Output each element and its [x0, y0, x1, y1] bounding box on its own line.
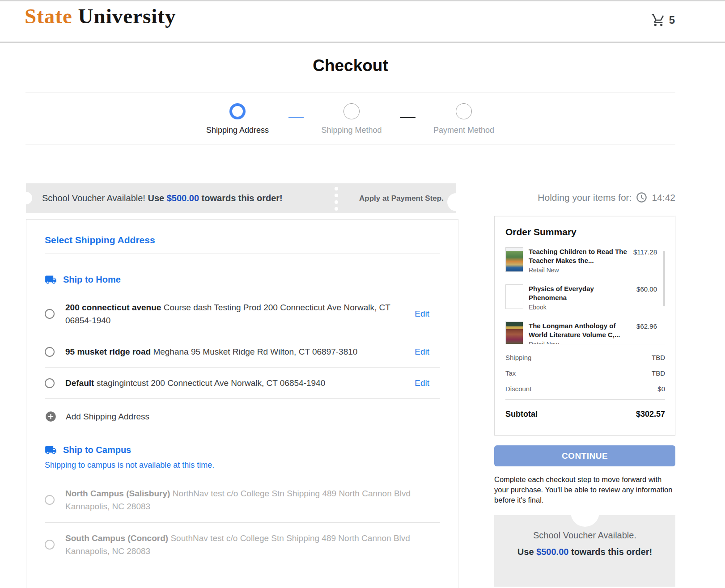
summary-line-tax: Tax TBD: [505, 365, 665, 381]
truck-icon: [45, 274, 57, 286]
ship-to-campus-label: Ship to Campus: [63, 445, 131, 455]
address-name: South Campus (Concord): [65, 533, 168, 543]
step-connector: [288, 117, 304, 118]
truck-icon: [45, 444, 57, 456]
order-items-list[interactable]: Teaching Children to Read The Teacher Ma…: [505, 247, 665, 344]
item-condition: Retail New: [529, 340, 629, 344]
voucher-banner-text: School Voucher Available! Use $500.00 to…: [42, 183, 283, 213]
holding-label: Holding your items for:: [538, 192, 632, 203]
radio-address-1[interactable]: [45, 309, 55, 319]
item-price: $117.28: [629, 247, 657, 275]
cart-button[interactable]: 5: [651, 13, 675, 27]
edit-address-link[interactable]: Edit: [415, 378, 429, 388]
subtotal-label: Subtotal: [505, 410, 538, 419]
order-item: The Longman Anthology of World Literatur…: [505, 321, 657, 344]
logo-text-secondary: University: [78, 4, 176, 28]
item-title: The Longman Anthology of World Literatur…: [529, 321, 629, 339]
voucher-towards-text: towards this order!: [571, 547, 652, 557]
address-text: North Campus (Salisbury) NorthNav test c…: [65, 487, 440, 513]
address-name: Default: [65, 378, 94, 388]
step-circle-active: [229, 103, 246, 119]
order-summary-panel: Order Summary Teaching Children to Read …: [494, 216, 675, 436]
step-payment-method[interactable]: Payment Method: [415, 103, 513, 135]
radio-campus-south[interactable]: [45, 540, 55, 550]
step-circle-idle: [343, 103, 360, 119]
item-price: $62.96: [629, 321, 657, 344]
divider: [25, 93, 675, 93]
voucher-use-text: Use: [517, 547, 534, 557]
ship-to-home-heading: Ship to Home: [45, 274, 440, 286]
address-name: 200 connecticut avenue: [65, 303, 161, 312]
address-name: North Campus (Salisbury): [65, 489, 170, 498]
address-row: North Campus (Salisbury) NorthNav test c…: [45, 478, 440, 522]
add-shipping-address-label: Add Shipping Address: [66, 412, 149, 422]
voucher-box: School Voucher Available. Use $500.00 to…: [494, 515, 675, 587]
apply-at-payment-text: Apply at Payment Step.: [359, 183, 444, 213]
subtotal-value: $302.57: [636, 410, 665, 419]
voucher-amount: $500.00: [167, 193, 199, 203]
line-value: TBD: [652, 369, 665, 377]
order-item: Physics of Everyday Phenomena Ebook $60.…: [505, 284, 657, 312]
header: State University 5: [0, 1, 725, 43]
plus-circle-icon: [45, 410, 57, 423]
voucher-box-line1: School Voucher Available.: [494, 530, 675, 541]
ship-to-campus-heading: Ship to Campus: [45, 444, 440, 456]
address-detail: stagingintcust 200 Connecticut Ave Norwa…: [97, 378, 326, 388]
address-text: 95 musket ridge road Meghana 95 Musket R…: [65, 345, 415, 358]
banner-notch: [20, 192, 32, 204]
voucher-banner: School Voucher Available! Use $500.00 to…: [26, 183, 456, 213]
add-shipping-address-button[interactable]: Add Shipping Address: [45, 399, 440, 434]
continue-button[interactable]: CONTINUE: [494, 445, 675, 466]
order-sidebar: Holding your items for: 14:42 Order Summ…: [494, 183, 675, 587]
step-connector: [400, 117, 415, 118]
radio-campus-north[interactable]: [45, 495, 55, 505]
line-label: Shipping: [505, 354, 531, 361]
address-row: 200 connecticut avenue Course dash Testi…: [45, 292, 440, 336]
address-detail: Meghana 95 Musket Ridge Rd Wilton, CT 06…: [153, 347, 357, 356]
voucher-available-text: School Voucher Available!: [42, 193, 145, 203]
item-condition: Retail New: [529, 266, 629, 275]
line-label: Tax: [505, 369, 516, 377]
radio-address-3[interactable]: [45, 378, 55, 388]
address-text: South Campus (Concord) SouthNav test c/o…: [65, 532, 440, 558]
address-text: Default stagingintcust 200 Connecticut A…: [65, 376, 415, 389]
step-shipping-address[interactable]: Shipping Address: [188, 103, 287, 135]
step-label: Payment Method: [415, 126, 513, 135]
banner-notch: [447, 193, 465, 211]
holding-time: 14:42: [652, 192, 675, 203]
campus-unavailable-notice: Shipping to campus is not available at t…: [45, 461, 440, 470]
dotted-separator: [335, 187, 338, 217]
order-item: Teaching Children to Read The Teacher Ma…: [505, 247, 657, 275]
order-summary-title: Order Summary: [505, 227, 665, 237]
summary-line-discount: Discount $0: [505, 381, 665, 397]
address-row: 95 musket ridge road Meghana 95 Musket R…: [45, 336, 440, 368]
step-label: Shipping Address: [188, 126, 287, 135]
radio-address-2[interactable]: [45, 347, 55, 357]
cart-icon: [651, 13, 666, 27]
item-title: Physics of Everyday Phenomena: [529, 284, 629, 302]
shipping-address-panel: Select Shipping Address Ship to Home 200…: [26, 219, 458, 588]
ship-to-home-label: Ship to Home: [63, 275, 121, 285]
edit-address-link[interactable]: Edit: [415, 309, 429, 319]
book-cover-thumbnail: [505, 284, 523, 309]
address-row: Default stagingintcust 200 Connecticut A…: [45, 368, 440, 399]
edit-address-link[interactable]: Edit: [415, 347, 429, 357]
item-condition: Ebook: [529, 303, 629, 312]
item-price: $60.00: [629, 284, 657, 312]
holding-timer: Holding your items for: 14:42: [494, 191, 675, 203]
voucher-box-notch: [571, 498, 599, 527]
cart-count-badge: 5: [669, 14, 675, 26]
voucher-amount: $500.00: [536, 547, 568, 557]
address-name: 95 musket ridge road: [65, 347, 151, 356]
page-title: Checkout: [25, 56, 675, 75]
store-logo[interactable]: State University: [25, 4, 176, 28]
voucher-box-line2: Use $500.00 towards this order!: [494, 547, 675, 557]
divider: [25, 144, 675, 144]
address-row: South Campus (Concord) SouthNav test c/o…: [45, 522, 440, 567]
item-title: Teaching Children to Read The Teacher Ma…: [529, 247, 629, 265]
items-scrollbar[interactable]: [663, 251, 665, 306]
voucher-towards-text: towards this order!: [202, 193, 283, 203]
divider: [45, 254, 440, 254]
select-shipping-address-heading: Select Shipping Address: [45, 235, 440, 245]
step-shipping-method[interactable]: Shipping Method: [302, 103, 401, 135]
